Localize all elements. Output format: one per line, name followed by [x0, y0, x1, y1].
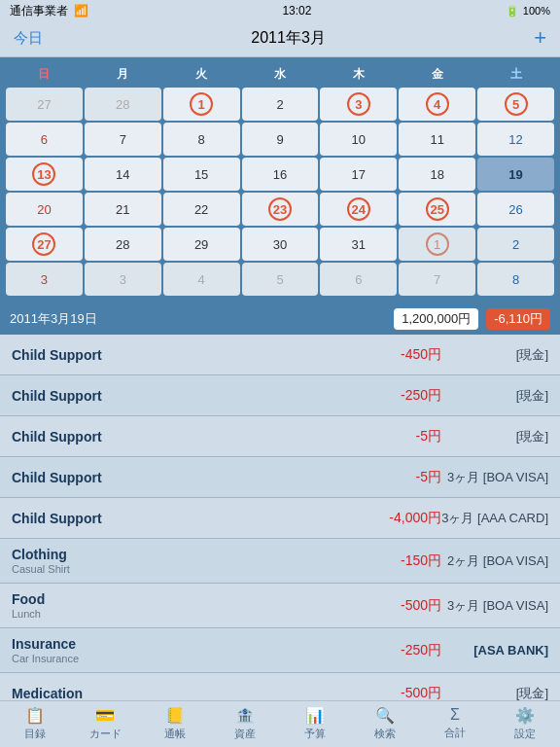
cal-header-sat: 土 [477, 63, 554, 86]
cal-header-tue: 火 [163, 63, 240, 86]
cal-cell[interactable]: 13 [6, 158, 83, 191]
cal-header-sun: 日 [6, 63, 83, 86]
summary-date: 2011年3月19日 [10, 310, 97, 328]
cal-cell[interactable]: 7 [85, 123, 161, 156]
tab-label: 目録 [24, 727, 46, 741]
transaction-row[interactable]: ClothingCasual Shirt-150円2ヶ月 [BOA VISA] [0, 539, 560, 584]
status-left: 通信事業者 📶 [10, 3, 88, 19]
transactions-list: Child Support-450円[現金]Child Support-250円… [0, 335, 560, 747]
transaction-row[interactable]: Child Support-450円[現金] [0, 335, 560, 375]
cal-cell[interactable]: 2 [477, 228, 554, 261]
trans-detail: [現金] [441, 685, 548, 702]
nav-today-button[interactable]: 今日 [14, 29, 43, 48]
tab-icon: Σ [450, 706, 460, 724]
trans-amount: -5円 [354, 469, 441, 486]
transaction-row[interactable]: Child Support-5円3ヶ月 [BOA VISA] [0, 457, 560, 498]
cal-cell[interactable]: 23 [242, 193, 319, 226]
cal-cell[interactable]: 10 [320, 123, 397, 156]
trans-detail: [ASA BANK] [441, 643, 548, 658]
cal-cell[interactable]: 3 [6, 263, 83, 296]
tab-item-目録[interactable]: 📋目録 [0, 706, 70, 741]
summary-total: 1,200,000円 [394, 308, 478, 330]
tab-item-検索[interactable]: 🔍検索 [350, 706, 420, 741]
tab-label: 予算 [304, 727, 326, 741]
battery-icon: 🔋 [506, 5, 519, 18]
transaction-row[interactable]: Child Support-250円[現金] [0, 375, 560, 416]
cal-cell[interactable]: 3 [85, 263, 161, 296]
battery-label: 100% [523, 5, 550, 17]
trans-detail: 2ヶ月 [BOA VISA] [441, 552, 548, 570]
cal-cell[interactable]: 5 [477, 88, 554, 121]
cal-cell[interactable]: 3 [320, 88, 397, 121]
cal-cell[interactable]: 25 [399, 193, 475, 226]
trans-detail: [現金] [441, 387, 548, 405]
cal-cell[interactable]: 27 [6, 228, 83, 261]
tab-item-合計[interactable]: Σ合計 [420, 706, 490, 740]
trans-amount: -250円 [354, 642, 441, 659]
trans-name-col: Medication [12, 686, 354, 701]
cal-cell[interactable]: 6 [320, 263, 397, 296]
cal-cell[interactable]: 12 [477, 123, 554, 156]
cal-cell[interactable]: 30 [242, 228, 319, 261]
cal-cell[interactable]: 28 [85, 228, 161, 261]
cal-header-wed: 水 [242, 63, 319, 86]
cal-cell[interactable]: 29 [163, 228, 240, 261]
cal-cell[interactable]: 31 [320, 228, 397, 261]
trans-name-col: ClothingCasual Shirt [12, 547, 354, 575]
tab-item-予算[interactable]: 📊予算 [280, 706, 350, 741]
tab-item-通帳[interactable]: 📒通帳 [140, 706, 210, 741]
tab-item-カード[interactable]: 💳カード [70, 706, 140, 741]
cal-cell[interactable]: 11 [399, 123, 475, 156]
tab-item-資産[interactable]: 🏦資産 [210, 706, 280, 741]
cal-cell[interactable]: 18 [399, 158, 475, 191]
cal-cell[interactable]: 8 [163, 123, 240, 156]
cal-cell[interactable]: 2 [242, 88, 319, 121]
cal-cell[interactable]: 4 [399, 88, 475, 121]
transaction-row[interactable]: FoodLunch-500円3ヶ月 [BOA VISA] [0, 584, 560, 628]
cal-cell[interactable]: 27 [6, 88, 83, 121]
trans-amount: -500円 [354, 685, 441, 702]
trans-name: Child Support [12, 511, 354, 526]
trans-detail: [現金] [441, 346, 548, 364]
cal-cell[interactable]: 1 [163, 88, 240, 121]
cal-cell[interactable]: 22 [163, 193, 240, 226]
trans-sub: Casual Shirt [12, 563, 354, 575]
cal-cell[interactable]: 1 [399, 228, 475, 261]
tab-bar: 📋目録💳カード📒通帳🏦資産📊予算🔍検索Σ合計⚙️設定 [0, 700, 560, 747]
cal-cell[interactable]: 4 [163, 263, 240, 296]
cal-cell[interactable]: 5 [242, 263, 319, 296]
tab-item-設定[interactable]: ⚙️設定 [490, 706, 560, 741]
nav-add-button[interactable]: + [534, 25, 546, 51]
cal-cell[interactable]: 26 [477, 193, 554, 226]
cal-cell[interactable]: 7 [399, 263, 475, 296]
trans-name: Child Support [12, 388, 354, 404]
transaction-row[interactable]: Child Support-4,000円3ヶ月 [AAA CARD] [0, 498, 560, 539]
transaction-row[interactable]: Child Support-5円[現金] [0, 416, 560, 457]
calendar: 日 月 火 水 木 金 土 27 28 1 2 3 4 5 6 7 8 9 10… [0, 57, 560, 303]
cal-cell-selected[interactable]: 19 [477, 158, 554, 191]
cal-cell[interactable]: 9 [242, 123, 319, 156]
trans-name: Child Support [12, 470, 354, 485]
cal-cell[interactable]: 28 [85, 88, 161, 121]
cal-cell[interactable]: 8 [477, 263, 554, 296]
cal-header-thu: 木 [320, 63, 397, 86]
trans-sub: Lunch [12, 608, 354, 620]
trans-sub: Car Insurance [12, 653, 354, 664]
cal-cell[interactable]: 20 [6, 193, 83, 226]
cal-cell[interactable]: 21 [85, 193, 161, 226]
cal-cell[interactable]: 17 [320, 158, 397, 191]
cal-cell[interactable]: 14 [85, 158, 161, 191]
tab-icon: 🔍 [375, 706, 395, 725]
cal-cell[interactable]: 15 [163, 158, 240, 191]
transaction-row[interactable]: InsuranceCar Insurance-250円[ASA BANK] [0, 628, 560, 673]
trans-name-col: Child Support [12, 429, 354, 445]
cal-cell[interactable]: 6 [6, 123, 83, 156]
trans-detail: 3ヶ月 [BOA VISA] [441, 469, 548, 486]
nav-title: 2011年3月 [251, 28, 326, 49]
cal-cell[interactable]: 16 [242, 158, 319, 191]
tab-icon: 💳 [95, 706, 115, 725]
tab-icon: 📒 [165, 706, 185, 725]
cal-week-3: 13 14 15 16 17 18 19 [6, 158, 554, 191]
tab-icon: 📊 [305, 706, 325, 725]
cal-cell[interactable]: 24 [320, 193, 397, 226]
